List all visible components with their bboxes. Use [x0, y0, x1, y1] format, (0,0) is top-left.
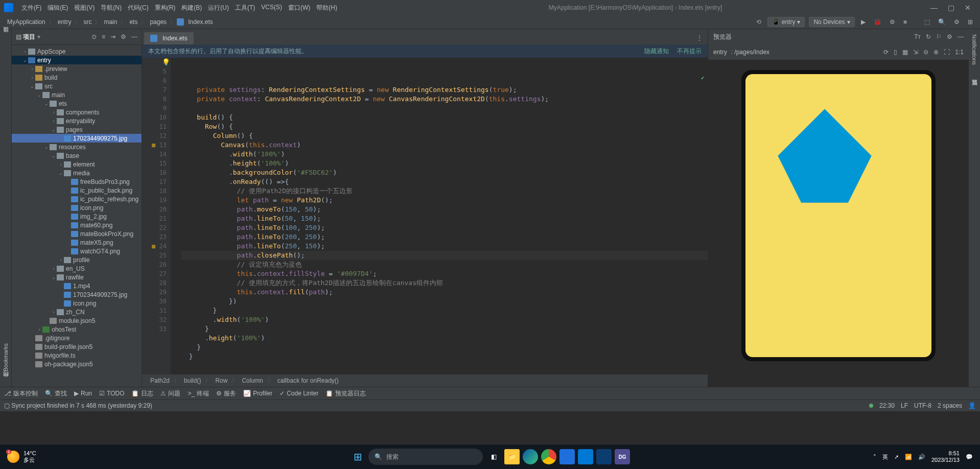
- code-line-12[interactable]: .height('100%'): [181, 159, 708, 168]
- fit-icon[interactable]: ⛶: [944, 49, 950, 56]
- code-line-26[interactable]: this.context.fill(path);: [181, 288, 708, 297]
- tree-item-mateX5.png[interactable]: mateX5.png: [12, 238, 142, 247]
- tree-item-en_US[interactable]: ›en_US: [12, 264, 142, 273]
- tree-item-rawfile[interactable]: ⌄rawfile: [12, 273, 142, 282]
- tray-clock[interactable]: 8:51 2023/12/13: [931, 450, 960, 463]
- menu-帮助(H)[interactable]: 帮助(H): [313, 4, 340, 12]
- explorer-icon[interactable]: 📁: [504, 449, 520, 464]
- tree-item-.preview[interactable]: ›.preview: [12, 64, 142, 73]
- editor-tab-index[interactable]: Index.ets: [144, 32, 194, 44]
- tree-item-zh_CN[interactable]: ›zh_CN: [12, 308, 142, 316]
- ime-lang[interactable]: 英: [882, 453, 888, 461]
- devices-dropdown[interactable]: No Devices ▾: [809, 17, 854, 27]
- close-button[interactable]: ✕: [965, 4, 971, 12]
- code-line-28[interactable]: }: [181, 306, 708, 315]
- phone-icon[interactable]: ▯: [894, 49, 897, 56]
- menu-运行(U)[interactable]: 运行(U): [205, 4, 232, 12]
- menu-VCS(S)[interactable]: VCS(S): [258, 4, 285, 12]
- tree-arrow[interactable]: ⌄: [22, 58, 28, 63]
- volume-icon[interactable]: 🔊: [918, 454, 925, 460]
- menu-重构(R)[interactable]: 重构(R): [152, 4, 179, 12]
- tree-arrow[interactable]: ›: [58, 162, 64, 167]
- code-line-20[interactable]: path.lineTo(200, 250);: [181, 232, 708, 242]
- wifi-icon[interactable]: 📶: [905, 454, 912, 460]
- bottom-Run[interactable]: ▶ Run: [74, 390, 92, 397]
- tree-item-ic_public_refresh.png[interactable]: ic_public_refresh.png: [12, 195, 142, 203]
- minimize-button[interactable]: ―: [930, 4, 938, 12]
- zoom-out-icon[interactable]: ⊖: [923, 49, 928, 56]
- menu-工具(T)[interactable]: 工具(T): [232, 4, 258, 12]
- rotate-icon[interactable]: ⟳: [883, 49, 889, 56]
- crumb-MyApplication[interactable]: MyApplication: [5, 18, 48, 26]
- menu-编辑(E)[interactable]: 编辑(E): [44, 4, 71, 12]
- more-icon[interactable]: ⊞: [966, 18, 975, 26]
- code-line-11[interactable]: .width('100%'): [181, 150, 708, 159]
- code-line-27[interactable]: }): [181, 297, 708, 306]
- tree-arrow[interactable]: ⌄: [58, 171, 64, 176]
- file-encoding[interactable]: UTF-8: [914, 402, 931, 409]
- datagrip-icon[interactable]: DG: [615, 449, 630, 464]
- code-line-32[interactable]: }: [181, 343, 708, 352]
- bottom-预览器日志[interactable]: 📋 预览器日志: [325, 389, 366, 398]
- tree-arrow[interactable]: ›: [51, 119, 57, 124]
- tree-item-components[interactable]: ›components: [12, 108, 142, 116]
- tree-item-ohosTest[interactable]: ›ohosTest: [12, 325, 142, 334]
- tree-item-oh-package.json5[interactable]: oh-package.json5: [12, 360, 142, 368]
- refresh-icon[interactable]: ⟲: [754, 18, 763, 26]
- bottom-Code Linter[interactable]: ✓ Code Linter: [279, 390, 318, 397]
- tree-arrow[interactable]: ›: [29, 66, 35, 72]
- tree-arrow[interactable]: ⌄: [51, 127, 57, 132]
- code-line-21[interactable]: path.lineTo(250, 150);: [181, 242, 708, 251]
- code-line-5[interactable]: private context: CanvasRenderingContext2…: [181, 95, 708, 104]
- bottom-TODO[interactable]: ☑ TODO: [99, 390, 124, 397]
- tree-arrow[interactable]: ›: [51, 110, 57, 115]
- project-tree[interactable]: ›AppScope⌄entry›.preview›build⌄src⌄main⌄…: [12, 45, 142, 387]
- tree-item-entry[interactable]: ⌄entry: [12, 56, 142, 64]
- reader-mode-icon[interactable]: 👤: [968, 402, 976, 409]
- tree-item-media[interactable]: ⌄media: [12, 169, 142, 177]
- entry-dropdown[interactable]: 📱 entry ▾: [767, 17, 805, 27]
- collapse-preview-icon[interactable]: ⇲: [913, 49, 918, 56]
- tree-arrow[interactable]: ⌄: [36, 92, 42, 98]
- bottom-日志[interactable]: 📋 日志: [131, 389, 153, 398]
- bcrumb-build()[interactable]: build(): [182, 377, 203, 384]
- tree-arrow[interactable]: ›: [22, 49, 28, 54]
- bcrumb-Column[interactable]: Column: [240, 377, 265, 384]
- intention-bulb-icon[interactable]: 💡: [162, 58, 170, 67]
- indent-setting[interactable]: 2 spaces: [938, 402, 962, 409]
- tree-arrow[interactable]: ›: [29, 75, 35, 80]
- build-icon[interactable]: ⬚: [922, 18, 932, 26]
- tree-item-.gitignore[interactable]: .gitignore: [12, 334, 142, 342]
- expand-icon[interactable]: ≡: [102, 33, 105, 40]
- settings-icon[interactable]: ⚙: [952, 18, 962, 26]
- code-line-15[interactable]: // 使用Path2D的接口构造一个五边形: [181, 186, 708, 196]
- tree-item-watchGT4.png[interactable]: watchGT4.png: [12, 247, 142, 255]
- tree-arrow[interactable]: ⌄: [43, 101, 50, 106]
- attach-button[interactable]: ⚙: [888, 18, 897, 26]
- preview-gear-icon[interactable]: ⚙: [947, 33, 952, 40]
- code-line-14[interactable]: .onReady(() =>{: [181, 177, 708, 186]
- debug-button[interactable]: 🐞: [872, 18, 883, 26]
- tree-arrow[interactable]: ⌄: [51, 153, 57, 158]
- refresh-preview-icon[interactable]: ↻: [926, 33, 931, 40]
- menu-文件(F)[interactable]: 文件(F): [18, 4, 44, 12]
- task-view-icon[interactable]: ◧: [486, 449, 501, 464]
- bcrumb-Row[interactable]: Row: [213, 377, 229, 384]
- tree-item-icon.png[interactable]: icon.png: [12, 203, 142, 212]
- code-line-8[interactable]: Row() {: [181, 122, 708, 131]
- tree-item-pages[interactable]: ⌄pages: [12, 125, 142, 134]
- code-line-25[interactable]: // 使用填充的方式，将Path2D描述的五边形绘制在canvas组件内部: [181, 278, 708, 288]
- line-ending[interactable]: LF: [901, 402, 908, 409]
- project-dropdown[interactable]: ▾: [37, 33, 40, 40]
- crumb-pages[interactable]: pages: [148, 18, 169, 26]
- tree-arrow[interactable]: ⌄: [29, 84, 35, 89]
- taskbar-search[interactable]: 🔍 搜索: [368, 449, 483, 465]
- tree-arrow[interactable]: ›: [51, 310, 57, 315]
- tree-item-main[interactable]: ⌄main: [12, 90, 142, 99]
- tree-item-element[interactable]: ›element: [12, 160, 142, 169]
- tree-item-mate60.png[interactable]: mate60.png: [12, 221, 142, 229]
- tree-item-mateBookProX.png[interactable]: mateBookProX.png: [12, 229, 142, 238]
- code-line-9[interactable]: Column() {: [181, 131, 708, 140]
- tree-arrow[interactable]: ⌄: [51, 275, 57, 280]
- code-line-23[interactable]: // 设定填充色为蓝色: [181, 260, 708, 269]
